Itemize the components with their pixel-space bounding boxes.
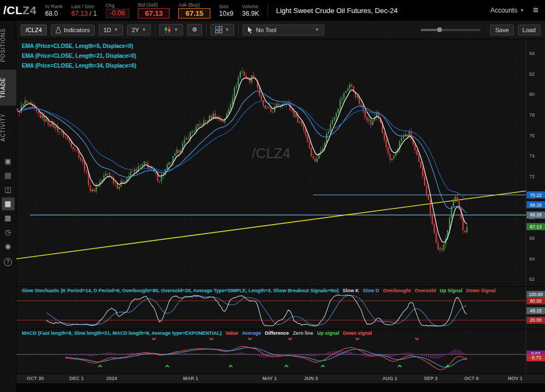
- bid-button[interactable]: 67.13: [138, 8, 170, 19]
- box-icon[interactable]: ◫: [2, 183, 15, 196]
- toolbar-separator: [238, 25, 239, 35]
- chevron-down-icon: ▼: [174, 27, 178, 32]
- gear-icon: ⚙: [192, 26, 197, 33]
- chg-field: Chg -0.06: [106, 3, 129, 18]
- sidebar-tab-trade[interactable]: TRADE: [0, 70, 16, 106]
- time-axis-label: DEC 1: [69, 376, 84, 381]
- volume-value: 36.9K: [242, 10, 259, 17]
- legend-item: Overbought: [383, 288, 411, 293]
- chg-label: Chg: [106, 3, 115, 9]
- zoom-slider-handle[interactable]: [437, 27, 442, 32]
- svg-text:66: 66: [529, 236, 535, 241]
- symbol-tab[interactable]: /CLZ4: [21, 25, 47, 35]
- time-axis-label: NOV 1: [508, 376, 523, 381]
- svg-text:70.22: 70.22: [530, 192, 542, 198]
- sidebar-tab-positions[interactable]: POSITIONS: [0, 21, 16, 70]
- header-divider: [268, 4, 268, 17]
- ask-button[interactable]: 67.15: [178, 8, 210, 19]
- chart-icon[interactable]: ▦: [2, 197, 15, 210]
- help-icon[interactable]: ?: [4, 258, 12, 266]
- svg-text:74: 74: [529, 153, 535, 159]
- svg-text:100.00: 100.00: [529, 292, 543, 297]
- accounts-dropdown[interactable]: Accounts: [491, 7, 517, 14]
- grid-icon[interactable]: ▩: [2, 212, 15, 225]
- zoom-slider[interactable]: [421, 29, 481, 31]
- last-size-label: Last / Size: [71, 4, 94, 10]
- drawing-tool-dropdown[interactable]: No Tool ▼: [243, 25, 324, 35]
- cursor-icon: [247, 27, 253, 33]
- size-value: 10x9: [219, 10, 233, 17]
- toolbar-separator: [155, 25, 155, 35]
- bottom-strip: [16, 383, 545, 392]
- time-axis-label: 2024: [106, 376, 117, 381]
- timeframe-dropdown[interactable]: 1D▼: [99, 25, 123, 35]
- sidebar-tab-activity[interactable]: ACTIVITY: [0, 106, 16, 149]
- legend-item: Slow K: [343, 288, 359, 293]
- iv-rank-value: 68.0: [45, 10, 58, 17]
- left-sidebar: POSITIONSTRADEACTIVITY ▣▤◫▦▩◷◉?: [0, 21, 16, 392]
- stochastic-panel[interactable]: Slow Stochastic (K Period=14, D Period=9…: [16, 286, 545, 329]
- ema5-study-label[interactable]: EMA (Price=CLOSE, Length=5, Displace=0): [22, 41, 136, 51]
- legend-item: Difference: [265, 330, 289, 336]
- chart-type-dropdown[interactable]: ▼: [159, 24, 183, 35]
- iv-rank-label: IV Rank: [45, 4, 63, 10]
- users-icon[interactable]: ◉: [2, 240, 15, 253]
- legend-item: Down Signal: [466, 288, 495, 293]
- range-dropdown[interactable]: 2Y▼: [127, 25, 151, 35]
- ema34-study-label[interactable]: EMA (Price=CLOSE, Length=34, Displace=0): [22, 61, 136, 71]
- sidebar-tabs: POSITIONSTRADEACTIVITY: [0, 21, 16, 149]
- legend-item: Value: [225, 330, 238, 336]
- symbol-title: /CLZ4: [3, 4, 37, 17]
- macd-panel[interactable]: MACD (Fast length=8, Slow length=21, MAC…: [16, 329, 545, 373]
- chevron-down-icon: ▼: [114, 27, 118, 32]
- svg-text:80: 80: [529, 92, 535, 97]
- clock-icon[interactable]: ◷: [2, 226, 15, 239]
- stochastic-label: Slow Stochastic (K Period=14, D Period=9…: [22, 288, 495, 293]
- size-label: Size: [219, 4, 229, 10]
- candlestick-icon: [164, 26, 171, 33]
- chart-settings-button[interactable]: ⚙: [187, 24, 202, 35]
- chevron-down-icon: ▼: [519, 8, 524, 13]
- legend-item: Up Signal: [440, 288, 463, 293]
- price-chart-panel[interactable]: EMA (Price=CLOSE, Length=5, Displace=0) …: [16, 39, 545, 286]
- macd-chart[interactable]: 0.07-0.73: [16, 329, 545, 374]
- svg-text:68.26: 68.26: [530, 212, 542, 218]
- last-size-field: Last / Size 67.13 / 1: [71, 4, 97, 17]
- time-axis-label: JUN 3: [304, 376, 318, 381]
- time-axis-label: MAY 1: [262, 376, 277, 381]
- svg-text:49.15: 49.15: [530, 308, 542, 313]
- indicators-button[interactable]: Indicators: [51, 25, 95, 35]
- svg-text:72: 72: [529, 174, 535, 179]
- macd-label: MACD (Fast length=8, Slow length=21, MAC…: [22, 330, 372, 336]
- svg-text:62: 62: [529, 276, 535, 282]
- menu-icon[interactable]: ≡: [533, 5, 538, 16]
- svg-text:82: 82: [529, 71, 535, 77]
- load-button[interactable]: Load: [518, 25, 541, 35]
- time-axis-label: OCT 6: [464, 376, 479, 381]
- legend-item: Oversold: [415, 288, 436, 293]
- svg-text:84: 84: [529, 51, 535, 56]
- layout-grid-dropdown[interactable]: ▼: [210, 24, 234, 35]
- watchlist-icon[interactable]: ▤: [2, 169, 15, 182]
- last-size-value: 67.13 / 1: [71, 10, 97, 17]
- monitor-icon[interactable]: ▣: [2, 155, 15, 168]
- candlestick-chart[interactable]: /CLZ484828078767472706866646270.2269.266…: [16, 39, 545, 286]
- sidebar-icons: ▣▤◫▦▩◷◉?: [2, 154, 15, 267]
- legend-item: Slow D: [363, 288, 379, 293]
- svg-text:69.26: 69.26: [530, 202, 542, 208]
- svg-text:20.00: 20.00: [530, 317, 542, 323]
- save-button[interactable]: Save: [490, 25, 513, 35]
- ema21-study-label[interactable]: EMA (Price=CLOSE, Length=21, Displace=0): [22, 51, 136, 61]
- time-axis-label: OCT 30: [27, 376, 44, 381]
- iv-rank-field: IV Rank 68.0: [45, 4, 63, 17]
- chevron-down-icon: ▼: [142, 27, 146, 32]
- legend-item: Up signal: [317, 330, 340, 336]
- legend-item: Down signal: [343, 330, 372, 336]
- ask-label: Ask (Buy): [178, 2, 199, 8]
- svg-text:78: 78: [529, 112, 535, 118]
- size-field: Size 10x9: [219, 4, 233, 17]
- bid-label: Bid (Sell): [138, 2, 158, 8]
- time-axis[interactable]: OCT 30DEC 12024MAR 1MAY 1JUN 3AUG 1SEP 3…: [16, 373, 545, 383]
- time-axis-label: AUG 1: [383, 376, 398, 381]
- bid-field: Bid (Sell) 67.13: [138, 2, 170, 19]
